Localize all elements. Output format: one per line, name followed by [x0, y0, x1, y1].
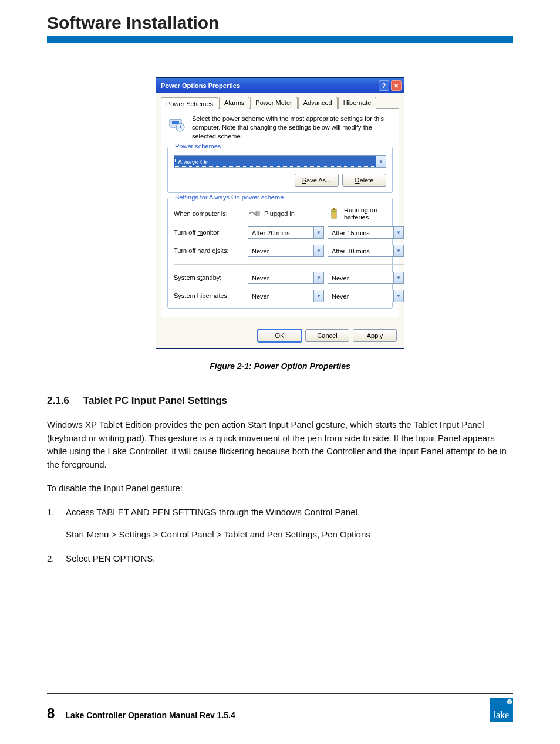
- svg-rect-5: [333, 208, 335, 210]
- label-system-hibernates: System hibernates:: [174, 292, 244, 299]
- standby-battery-select[interactable]: Never▼: [328, 272, 404, 284]
- chevron-down-icon: ▼: [393, 272, 403, 283]
- power-options-dialog: Power Options Properties ? ✕ Power Schem…: [156, 77, 404, 349]
- column-batteries: Running onbatteries: [328, 207, 404, 221]
- cancel-button[interactable]: Cancel: [305, 329, 349, 342]
- power-schemes-fieldset: Power schemes Always On ▼ Save As... Del…: [167, 147, 393, 193]
- lake-logo: lake: [490, 698, 513, 722]
- chevron-down-icon: ▼: [393, 227, 403, 238]
- hibernate-battery-select[interactable]: Never▼: [328, 290, 404, 302]
- hibernate-plugged-select[interactable]: Never▼: [248, 290, 324, 302]
- apply-button[interactable]: Apply: [353, 329, 397, 342]
- standby-plugged-select[interactable]: Never▼: [248, 272, 324, 284]
- ok-button[interactable]: OK: [258, 329, 302, 342]
- dialog-intro-text: Select the power scheme with the most ap…: [192, 114, 393, 141]
- battery-icon: [328, 207, 340, 220]
- tab-alarms[interactable]: Alarms: [219, 97, 249, 109]
- label-when-computer-is: When computer is:: [174, 210, 244, 217]
- dialog-title: Power Options Properties: [161, 82, 377, 89]
- label-system-standby: System standby:: [174, 274, 244, 281]
- section-title: Tablet PC Input Panel Settings: [83, 393, 227, 408]
- chevron-down-icon: ▼: [393, 290, 403, 302]
- delete-button[interactable]: Delete: [342, 174, 386, 187]
- figure-caption: Figure 2-1: Power Option Properties: [0, 361, 560, 371]
- column-plugged-in: Plugged in: [248, 207, 324, 220]
- chevron-down-icon: ▼: [313, 290, 323, 302]
- power-scheme-select[interactable]: Always On ▼: [174, 155, 386, 168]
- step-1-sub: Start Menu > Settings > Control Panel > …: [66, 528, 513, 542]
- label-turn-off-monitor: Turn off monitor:: [174, 229, 244, 236]
- page-number: 8: [47, 705, 55, 722]
- label-turn-off-disks: Turn off hard disks:: [174, 247, 244, 254]
- paragraph-2: To disable the Input Panel gesture:: [47, 482, 513, 495]
- svg-rect-6: [332, 211, 336, 212]
- svg-rect-3: [256, 212, 259, 215]
- disks-battery-select[interactable]: After 30 mins▼: [328, 245, 404, 257]
- chevron-down-icon: ▼: [376, 156, 386, 167]
- monitor-battery-select[interactable]: After 15 mins▼: [328, 226, 404, 239]
- tab-content: Select the power scheme with the most ap…: [161, 108, 399, 317]
- tab-power-meter[interactable]: Power Meter: [250, 97, 297, 109]
- page-header: Software Installation: [0, 0, 560, 33]
- settings-fieldset: Settings for Always On power scheme When…: [167, 198, 393, 309]
- dialog-titlebar: Power Options Properties ? ✕: [156, 78, 404, 93]
- power-schemes-legend: Power schemes: [173, 143, 223, 150]
- plugged-in-icon: [248, 207, 261, 220]
- page-footer: 8 Lake Controller Operation Manual Rev 1…: [47, 693, 513, 722]
- settings-legend: Settings for Always On power scheme: [173, 194, 286, 201]
- footer-title: Lake Controller Operation Manual Rev 1.5…: [65, 711, 235, 720]
- tab-advanced[interactable]: Advanced: [298, 97, 338, 109]
- titlebar-help-button[interactable]: ?: [379, 80, 389, 91]
- save-as-button[interactable]: Save As...: [295, 174, 339, 187]
- paragraph-1: Windows XP Tablet Edition provides the p…: [47, 418, 513, 471]
- monitor-plugged-select[interactable]: After 20 mins▼: [248, 226, 324, 239]
- power-scheme-selected: Always On: [174, 156, 376, 167]
- divider: [174, 264, 404, 265]
- figure-area: Power Options Properties ? ✕ Power Schem…: [0, 77, 560, 371]
- tab-row: Power Schemes Alarms Power Meter Advance…: [161, 97, 399, 109]
- power-icon: [167, 114, 186, 133]
- titlebar-close-button[interactable]: ✕: [391, 80, 402, 91]
- chevron-down-icon: ▼: [313, 272, 323, 283]
- step-2: 2.Select PEN OPTIONS.: [47, 552, 513, 566]
- chevron-down-icon: ▼: [313, 227, 323, 238]
- tab-power-schemes[interactable]: Power Schemes: [161, 97, 218, 109]
- tab-hibernate[interactable]: Hibernate: [338, 97, 377, 109]
- body-text: 2.1.6 Tablet PC Input Panel Settings Win…: [47, 393, 513, 566]
- section-number: 2.1.6: [47, 393, 69, 408]
- chevron-down-icon: ▼: [393, 245, 403, 256]
- section-heading: 2.1.6 Tablet PC Input Panel Settings: [47, 393, 513, 408]
- chevron-down-icon: ▼: [313, 245, 323, 256]
- disks-plugged-select[interactable]: Never▼: [248, 245, 324, 257]
- header-accent-bar: [47, 36, 513, 43]
- step-1: 1.Access TABLET AND PEN SETTINGS through…: [47, 506, 513, 519]
